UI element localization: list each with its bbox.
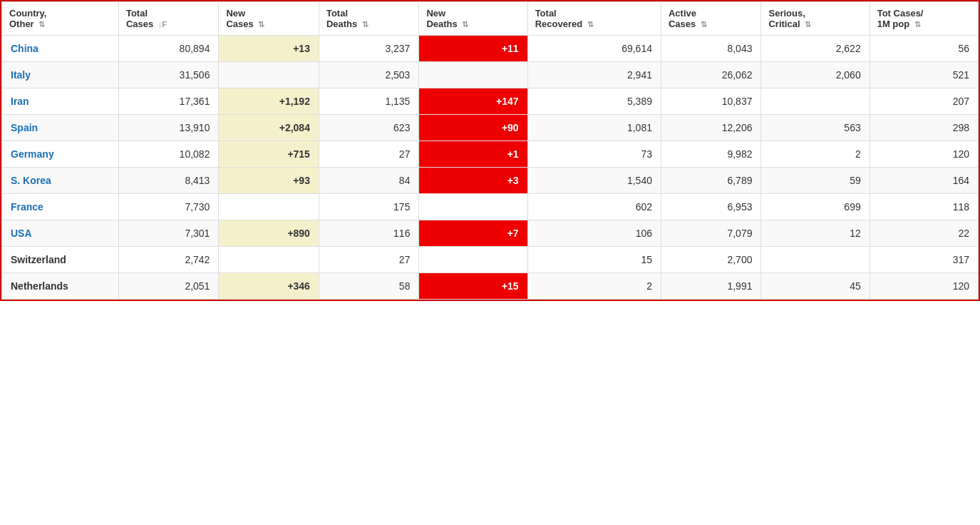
cell-total-recovered: 2 — [527, 273, 661, 300]
cell-total-deaths: 84 — [319, 168, 419, 194]
cell-country[interactable]: USA — [2, 220, 119, 247]
cell-total-deaths: 27 — [319, 247, 419, 273]
cell-serious: 2,622 — [761, 36, 870, 62]
country-link[interactable]: Germany — [11, 148, 54, 160]
cell-total-cases: 7,301 — [118, 220, 219, 247]
cell-serious: 45 — [761, 273, 870, 300]
cell-serious: 2 — [761, 141, 870, 168]
country-link[interactable]: Spain — [11, 122, 38, 133]
cell-country: Netherlands — [2, 273, 119, 300]
country-link[interactable]: France — [11, 201, 43, 213]
cell-new-cases — [219, 194, 319, 220]
col-header-serious[interactable]: Serious,Critical ⇅ — [761, 2, 870, 36]
cell-total-cases: 17,361 — [118, 88, 219, 115]
sort-icon-serious: ⇅ — [805, 20, 811, 29]
col-header-tot-per-mil[interactable]: Tot Cases/1M pop ⇅ — [870, 2, 978, 36]
cell-tot-per-mil: 317 — [870, 247, 978, 273]
country-link[interactable]: Iran — [11, 96, 29, 107]
cell-tot-per-mil: 521 — [870, 62, 978, 88]
cell-total-cases: 13,910 — [118, 115, 219, 141]
col-header-country[interactable]: Country,Other ⇅ — [2, 2, 119, 36]
cell-total-recovered: 5,389 — [527, 88, 661, 115]
cell-total-deaths: 3,237 — [319, 36, 419, 62]
cell-country[interactable]: Italy — [2, 62, 119, 88]
cell-total-deaths: 58 — [319, 273, 419, 300]
table-row: Spain13,910+2,084623+901,08112,206563298 — [2, 115, 979, 141]
col-header-new-cases[interactable]: NewCases ⇅ — [219, 2, 319, 36]
cell-total-recovered: 2,941 — [527, 62, 661, 88]
table-row: Switzerland2,74227152,700317 — [2, 247, 979, 273]
cell-serious: 12 — [761, 220, 870, 247]
cell-new-deaths: +147 — [419, 88, 527, 115]
cell-serious: 59 — [761, 168, 870, 194]
cell-total-deaths: 2,503 — [319, 62, 419, 88]
cell-active-cases: 26,062 — [661, 62, 761, 88]
cell-total-cases: 80,894 — [118, 36, 219, 62]
sort-icon-active-cases: ⇅ — [701, 20, 707, 29]
table-row: Iran17,361+1,1921,135+1475,38910,837207 — [2, 88, 979, 115]
cell-tot-per-mil: 120 — [870, 273, 978, 300]
cell-total-cases: 8,413 — [118, 168, 219, 194]
covid-stats-table: Country,Other ⇅ TotalCases ↓F NewCases ⇅… — [0, 0, 980, 301]
sort-icon-tot-per-mil: ⇅ — [914, 20, 921, 29]
cell-total-deaths: 1,135 — [319, 88, 419, 115]
sort-icon-total-deaths: ⇅ — [362, 20, 368, 29]
country-link[interactable]: China — [11, 43, 38, 54]
table-row: USA7,301+890116+71067,0791222 — [2, 220, 979, 247]
col-header-new-deaths[interactable]: NewDeaths ⇅ — [419, 2, 527, 36]
cell-serious — [761, 247, 870, 273]
col-header-total-cases[interactable]: TotalCases ↓F — [118, 2, 219, 36]
cell-tot-per-mil: 207 — [870, 88, 978, 115]
cell-total-cases: 10,082 — [118, 141, 219, 168]
cell-total-recovered: 15 — [527, 247, 661, 273]
cell-new-cases: +2,084 — [219, 115, 319, 141]
cell-new-deaths: +1 — [419, 141, 527, 168]
country-link[interactable]: S. Korea — [11, 175, 51, 186]
country-link[interactable]: Italy — [11, 69, 31, 81]
cell-new-cases: +1,192 — [219, 88, 319, 115]
cell-active-cases: 6,789 — [661, 168, 761, 194]
cell-active-cases: 7,079 — [661, 220, 761, 247]
cell-new-cases: +93 — [219, 168, 319, 194]
cell-tot-per-mil: 22 — [870, 220, 978, 247]
sort-icon-total-recovered: ⇅ — [587, 20, 594, 29]
cell-total-cases: 31,506 — [118, 62, 219, 88]
cell-tot-per-mil: 56 — [870, 36, 978, 62]
sort-icon-country: ⇅ — [38, 20, 45, 29]
cell-country[interactable]: Germany — [2, 141, 119, 168]
table-header-row: Country,Other ⇅ TotalCases ↓F NewCases ⇅… — [2, 2, 979, 36]
col-header-active-cases[interactable]: ActiveCases ⇅ — [661, 2, 761, 36]
cell-tot-per-mil: 298 — [870, 115, 978, 141]
cell-country[interactable]: Iran — [2, 88, 119, 115]
country-link[interactable]: USA — [11, 228, 32, 239]
col-header-total-recovered[interactable]: TotalRecovered ⇅ — [527, 2, 661, 36]
cell-new-deaths — [419, 62, 527, 88]
sort-icon-new-cases: ⇅ — [258, 20, 264, 29]
cell-total-recovered: 106 — [527, 220, 661, 247]
sort-icon-total-cases: ↓F — [158, 20, 167, 29]
cell-country[interactable]: France — [2, 194, 119, 220]
col-header-total-deaths[interactable]: TotalDeaths ⇅ — [319, 2, 419, 36]
cell-total-recovered: 602 — [527, 194, 661, 220]
cell-total-recovered: 1,081 — [527, 115, 661, 141]
cell-serious — [761, 88, 870, 115]
cell-country[interactable]: Spain — [2, 115, 119, 141]
cell-serious: 699 — [761, 194, 870, 220]
cell-new-deaths: +7 — [419, 220, 527, 247]
table-row: Netherlands2,051+34658+1521,99145120 — [2, 273, 979, 300]
cell-new-deaths: +3 — [419, 168, 527, 194]
cell-new-cases — [219, 247, 319, 273]
cell-active-cases: 10,837 — [661, 88, 761, 115]
cell-new-cases: +715 — [219, 141, 319, 168]
cell-country[interactable]: China — [2, 36, 119, 62]
table-row: France7,7301756026,953699118 — [2, 194, 979, 220]
cell-country[interactable]: S. Korea — [2, 168, 119, 194]
cell-active-cases: 6,953 — [661, 194, 761, 220]
cell-total-recovered: 73 — [527, 141, 661, 168]
table-row: China80,894+133,237+1169,6148,0432,62256 — [2, 36, 979, 62]
cell-new-deaths: +15 — [419, 273, 527, 300]
cell-new-deaths: +90 — [419, 115, 527, 141]
cell-new-deaths — [419, 194, 527, 220]
cell-tot-per-mil: 118 — [870, 194, 978, 220]
cell-new-cases: +890 — [219, 220, 319, 247]
